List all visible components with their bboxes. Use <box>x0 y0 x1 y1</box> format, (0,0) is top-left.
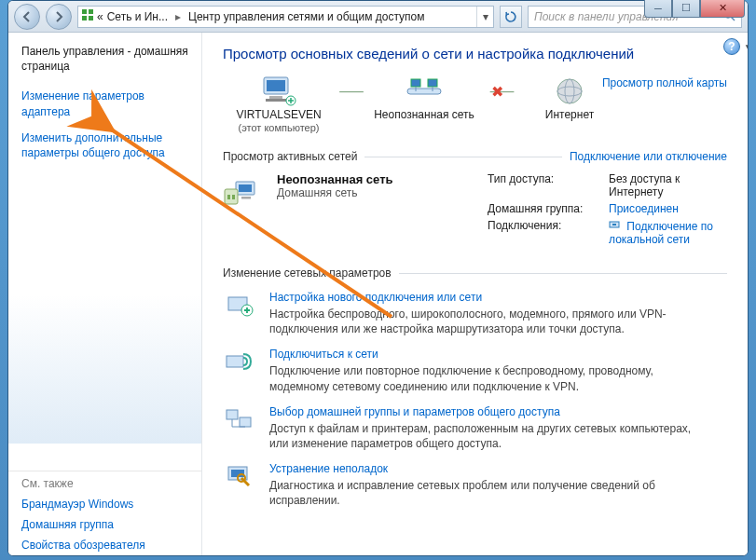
task-troubleshoot: Устранение неполадок Диагностика и испра… <box>223 462 727 508</box>
connect-network-icon <box>223 348 256 377</box>
network-icon <box>368 75 480 108</box>
connections-value-link[interactable]: Подключение по локальной сети <box>609 219 727 246</box>
homegroup-value-link[interactable]: Присоединен <box>609 202 727 215</box>
change-settings-header: Изменение сетевых параметров <box>223 266 392 280</box>
svg-rect-12 <box>411 79 420 87</box>
svg-rect-0 <box>82 9 87 14</box>
task-desc: Настройка беспроводного, широкополосного… <box>269 307 708 336</box>
homegroup-label: Домашняя группа: <box>488 202 609 215</box>
svg-rect-21 <box>241 197 251 199</box>
node-name: Неопознанная сеть <box>368 108 480 122</box>
svg-rect-8 <box>269 96 282 99</box>
svg-point-16 <box>557 79 582 103</box>
sidebar-task-adapter-settings[interactable]: Изменение параметров адаптера <box>8 83 201 124</box>
active-network-name: Неопознанная сеть <box>277 172 393 186</box>
task-desc: Диагностика и исправление сетевых пробле… <box>269 478 708 508</box>
svg-rect-29 <box>227 356 243 367</box>
access-type-value: Без доступа к Интернету <box>609 172 727 198</box>
window-close-button[interactable]: ✕ <box>700 0 745 18</box>
control-panel-icon <box>78 8 97 24</box>
task-title-link[interactable]: Настройка нового подключения или сети <box>269 291 482 304</box>
active-network-block: Неопознанная сеть Домашняя сеть Тип дост… <box>223 172 727 246</box>
sidebar-seealso-internet-options[interactable]: Свойства обозревателя <box>8 535 201 555</box>
node-name: Интернет <box>514 108 625 122</box>
network-link-ok: ── <box>335 75 368 108</box>
sidebar-seealso-firewall[interactable]: Брандмауэр Windows <box>8 494 201 514</box>
lan-icon <box>609 220 623 233</box>
refresh-button[interactable] <box>500 6 522 28</box>
node-sub: (этот компьютер) <box>223 122 335 133</box>
svg-rect-7 <box>267 80 285 91</box>
nav-back-button[interactable] <box>14 4 40 30</box>
task-title-link[interactable]: Устранение неполадок <box>269 462 388 475</box>
svg-rect-11 <box>407 89 441 94</box>
window-minimize-button[interactable]: ─ <box>644 0 672 18</box>
home-network-icon <box>223 172 264 210</box>
task-new-connection: Настройка нового подключения или сети На… <box>223 291 727 336</box>
refresh-icon <box>504 10 517 23</box>
arrow-left-icon <box>21 11 33 22</box>
active-networks-header: Просмотр активных сетей <box>223 150 357 163</box>
connect-disconnect-link[interactable]: Подключение или отключение <box>570 150 727 163</box>
sidebar: Панель управления - домашняя страница Из… <box>8 33 202 555</box>
svg-rect-2 <box>82 16 87 20</box>
task-homegroup-sharing: Выбор домашней группы и параметров общег… <box>223 405 727 451</box>
breadcrumb-item-2[interactable]: Центр управления сетями и общим доступом <box>185 10 429 23</box>
sidebar-seealso-header: См. также <box>8 471 201 494</box>
svg-rect-20 <box>239 184 252 192</box>
arrow-right-icon <box>53 11 64 22</box>
computer-icon <box>223 75 335 108</box>
task-desc: Доступ к файлам и принтерам, расположенн… <box>269 421 708 451</box>
network-node-unidentified[interactable]: Неопознанная сеть <box>368 75 480 122</box>
view-full-map-link[interactable]: Просмотр полной карты <box>602 76 727 89</box>
troubleshoot-icon <box>223 462 256 492</box>
active-network-details: Тип доступа: Без доступа к Интернету Дом… <box>488 172 727 246</box>
new-connection-icon <box>223 291 256 321</box>
network-link-broken: ── <box>480 75 514 108</box>
homegroup-icon <box>223 405 256 435</box>
breadcrumb[interactable]: « Сеть и Ин... ▸ Центр управления сетями… <box>77 6 494 28</box>
svg-rect-31 <box>240 417 251 427</box>
task-desc: Подключение или повторное подключение к … <box>269 363 708 393</box>
connections-label: Подключения: <box>488 219 609 246</box>
svg-rect-1 <box>89 9 93 14</box>
page-title: Просмотр основных сведений о сети и наст… <box>223 46 727 61</box>
svg-rect-30 <box>227 410 238 419</box>
divider <box>399 273 727 274</box>
task-connect-network: Подключиться к сети Подключение или повт… <box>223 348 727 393</box>
sidebar-home-link[interactable]: Панель управления - домашняя страница <box>8 44 201 83</box>
help-icon[interactable]: ? <box>723 38 740 55</box>
access-type-label: Тип доступа: <box>488 172 609 198</box>
task-title-link[interactable]: Выбор домашней группы и параметров общег… <box>269 405 560 418</box>
main-content: ? Просмотр основных сведений о сети и на… <box>202 33 748 555</box>
network-map: Просмотр полной карты VIRTUALSEVEN (этот… <box>223 75 727 133</box>
sidebar-task-advanced-sharing[interactable]: Изменить дополнительные параметры общего… <box>8 125 201 166</box>
nav-forward-button[interactable] <box>46 4 72 30</box>
window-maximize-button[interactable]: ☐ <box>672 0 700 18</box>
breadcrumb-dropdown[interactable]: ▾ <box>476 7 493 27</box>
breadcrumb-prefix[interactable]: « <box>97 10 103 23</box>
svg-rect-9 <box>266 99 286 102</box>
svg-rect-24 <box>232 195 235 199</box>
breadcrumb-item-1[interactable]: Сеть и Ин... <box>103 10 172 23</box>
svg-rect-26 <box>612 224 616 225</box>
explorer-window: « Сеть и Ин... ▸ Центр управления сетями… <box>7 0 749 556</box>
network-node-this-pc[interactable]: VIRTUALSEVEN (этот компьютер) <box>223 75 335 133</box>
task-title-link[interactable]: Подключиться к сети <box>269 348 378 361</box>
svg-rect-3 <box>89 16 93 20</box>
svg-rect-23 <box>227 195 230 199</box>
svg-rect-22 <box>225 189 238 204</box>
address-bar-row: « Сеть и Ин... ▸ Центр управления сетями… <box>8 1 748 33</box>
svg-rect-13 <box>428 79 437 87</box>
node-name: VIRTUALSEVEN <box>223 108 335 122</box>
active-network-type[interactable]: Домашняя сеть <box>277 186 393 199</box>
sidebar-seealso-homegroup[interactable]: Домашняя группа <box>8 514 201 535</box>
chevron-right-icon: ▸ <box>172 10 185 23</box>
divider <box>364 157 562 157</box>
